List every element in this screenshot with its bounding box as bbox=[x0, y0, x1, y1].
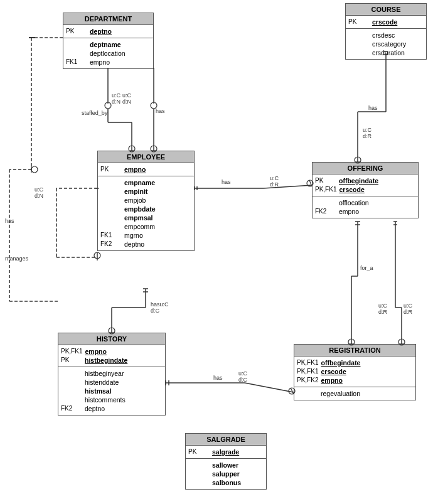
department-pk-section: PK deptno bbox=[63, 25, 153, 38]
registration-pk-section: PK,FK1 offbegindate PK,FK1 crscode PK,FK… bbox=[294, 357, 415, 387]
svg-text:d:R: d:R bbox=[363, 133, 372, 139]
course-crscode: crscode bbox=[372, 18, 397, 26]
dept-deptlocation: deptlocation bbox=[90, 50, 126, 57]
diagram-container: DEPARTMENT PK deptno deptname deptlocati… bbox=[0, 0, 433, 504]
svg-point-23 bbox=[31, 166, 38, 173]
entity-employee: EMPLOYEE PK empno empname empinit empjob bbox=[97, 151, 195, 251]
emp-off-label: has bbox=[222, 179, 231, 185]
entity-offering: OFFERING PK offbegindate PK,FK1 crscode … bbox=[312, 162, 419, 218]
off-reg-label: for_a bbox=[360, 265, 373, 271]
off-crscode: crscode bbox=[339, 186, 364, 193]
employee-attr-section: empname empinit empjob empbdate empmsal … bbox=[98, 176, 194, 250]
history-title: HISTORY bbox=[58, 333, 165, 345]
offering-pk-section: PK offbegindate PK,FK1 crscode bbox=[313, 174, 418, 196]
entity-history: HISTORY PK,FK1 empno PK histbegindate hi… bbox=[58, 333, 166, 416]
sal-salupper: salupper bbox=[212, 470, 240, 478]
entity-department: DEPARTMENT PK deptno deptname deptlocati… bbox=[63, 13, 154, 69]
hist-histbegindate: histbegindate bbox=[85, 357, 127, 364]
hist-reg-label: has bbox=[213, 375, 223, 381]
svg-text:hasu:C: hasu:C bbox=[151, 301, 169, 308]
svg-text:d:R: d:R bbox=[404, 309, 413, 315]
emp-empno: empno bbox=[124, 166, 146, 173]
reg-empno: empno bbox=[321, 377, 342, 384]
hist-histmsal: histmsal bbox=[85, 387, 112, 395]
registration-attr-section: regevaluation bbox=[294, 387, 415, 400]
svg-text:u:C: u:C bbox=[238, 370, 248, 377]
emp-empcomm: empcomm bbox=[124, 223, 155, 230]
dept-deptno: deptno bbox=[90, 28, 112, 35]
hist-histbeginyear: histbeginyear bbox=[85, 370, 124, 377]
salgrade-title: SALGRADE bbox=[186, 434, 266, 446]
svg-point-8 bbox=[151, 102, 157, 109]
history-attr-section: histbeginyear histenddate histmsal histc… bbox=[58, 367, 165, 415]
svg-text:u:C: u:C bbox=[378, 303, 388, 309]
course-crsdesc: crsdesc bbox=[372, 31, 395, 39]
reg-crscode: crscode bbox=[321, 368, 346, 375]
course-attr-section: crsdesc crscategory crsduration bbox=[346, 29, 426, 59]
sal-salbonus: salbonus bbox=[212, 479, 241, 486]
hist-empno: empno bbox=[85, 348, 106, 355]
entity-salgrade: SALGRADE PK salgrade sallower salupper s… bbox=[185, 433, 267, 490]
dept-deptname: deptname bbox=[90, 41, 121, 48]
has-left-label: has bbox=[5, 218, 14, 224]
reg-regevaluation: regevaluation bbox=[321, 390, 360, 397]
svg-text:u:C: u:C bbox=[270, 175, 279, 181]
svg-text:d:C: d:C bbox=[238, 377, 248, 383]
department-attr-section: deptname deptlocation FK1 empno bbox=[63, 38, 153, 68]
course-crscategory: crscategory bbox=[372, 40, 406, 48]
dept-empno: empno bbox=[90, 58, 110, 66]
emp-empmsal: empmsal bbox=[124, 214, 153, 222]
pk-label: PK bbox=[66, 28, 90, 35]
svg-text:d:R: d:R bbox=[270, 181, 279, 188]
svg-text:u:C: u:C bbox=[363, 127, 372, 133]
emp-deptno: deptno bbox=[124, 240, 144, 248]
manages-label: manages bbox=[5, 255, 29, 262]
emp-mgrno: mgrno bbox=[124, 232, 143, 239]
course-title: COURSE bbox=[346, 4, 426, 16]
history-pk-section: PK,FK1 empno PK histbegindate bbox=[58, 345, 165, 367]
staffed-by-label: staffed_by bbox=[82, 110, 108, 116]
has-label: has bbox=[156, 108, 165, 114]
svg-text:u:C: u:C bbox=[35, 186, 44, 193]
registration-title: REGISTRATION bbox=[294, 345, 415, 357]
sal-sallower: sallower bbox=[212, 461, 238, 469]
department-title: DEPARTMENT bbox=[63, 13, 153, 25]
svg-text:u:C: u:C bbox=[404, 303, 413, 309]
salgrade-pk-section: PK salgrade bbox=[186, 446, 266, 459]
hist-histenddate: histenddate bbox=[85, 378, 119, 386]
sal-salgrade: salgrade bbox=[212, 448, 239, 456]
svg-text:d:N: d:N bbox=[35, 193, 43, 199]
salgrade-attr-section: sallower salupper salbonus bbox=[186, 459, 266, 489]
svg-point-1 bbox=[105, 102, 111, 109]
has-constraint2: d:N bbox=[122, 99, 131, 105]
has-constraint1: u:C bbox=[122, 92, 132, 99]
svg-line-73 bbox=[245, 383, 294, 392]
hist-deptno: deptno bbox=[85, 405, 105, 412]
employee-title: EMPLOYEE bbox=[98, 151, 194, 163]
course-pk-section: PK crscode bbox=[346, 16, 426, 29]
emp-empinit: empinit bbox=[124, 188, 147, 195]
emp-empbdate: empbdate bbox=[124, 205, 156, 213]
emp-empname: empname bbox=[124, 179, 155, 186]
off-offbegindate: offbegindate bbox=[339, 177, 378, 185]
hist-histcomments: histcomments bbox=[85, 396, 126, 404]
dept-emp-constraint2: d:N bbox=[112, 99, 120, 105]
off-offlocation: offlocation bbox=[339, 199, 369, 206]
svg-text:d:R: d:R bbox=[378, 309, 388, 315]
offering-attr-section: offlocation FK2 empno bbox=[313, 196, 418, 218]
course-crsduration: crsduration bbox=[372, 49, 405, 56]
dept-emp-constraint1: u:C bbox=[112, 92, 121, 99]
off-empno: empno bbox=[339, 208, 359, 215]
svg-text:d:C: d:C bbox=[151, 308, 160, 314]
course-off-label: has bbox=[368, 105, 378, 111]
employee-pk-section: PK empno bbox=[98, 163, 194, 176]
svg-line-29 bbox=[264, 185, 312, 188]
entity-registration: REGISTRATION PK,FK1 offbegindate PK,FK1 … bbox=[294, 344, 416, 400]
emp-empjob: empjob bbox=[124, 196, 146, 204]
svg-point-15 bbox=[94, 252, 100, 259]
offering-title: OFFERING bbox=[313, 163, 418, 174]
relationship-lines: u:C d:N u:C d:N has staffed_by has manag… bbox=[0, 0, 433, 504]
reg-offbegindate: offbegindate bbox=[321, 359, 360, 367]
entity-course: COURSE PK crscode crsdesc crscategory cr… bbox=[345, 3, 427, 60]
